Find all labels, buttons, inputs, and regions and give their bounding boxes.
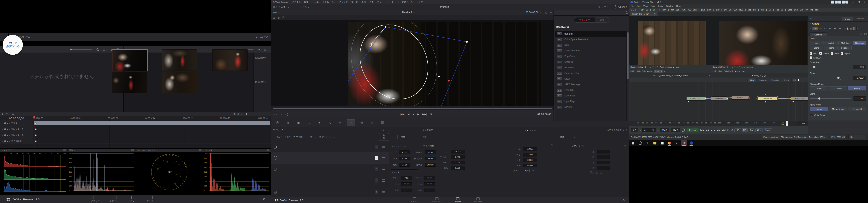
timeline-name-dropdown[interactable]: Timeline 1 ∨ (402, 11, 415, 14)
still-thumbnail-1[interactable] (112, 49, 148, 71)
current-frame-box[interactable]: 0.0 (631, 128, 638, 132)
tool-shortcut[interactable]: | (713, 9, 714, 11)
blur-icon[interactable]: ◬ (368, 120, 376, 126)
color-swatch[interactable] (853, 27, 857, 30)
goto-end-icon[interactable]: ▶▶| (722, 129, 726, 131)
fx-list-item[interactable]: fx+ Lens Flare (555, 93, 626, 99)
scope-settings-icon[interactable] (267, 149, 269, 152)
settings-slot-button[interactable]: S3 (823, 27, 828, 30)
fx-list-item[interactable]: GPU Lens Blur (555, 87, 626, 93)
menu-item[interactable]: Window (666, 5, 674, 7)
page-button[interactable]: エディット (430, 197, 443, 203)
page-button[interactable]: カラー (129, 196, 138, 202)
fx-list-item[interactable]: GPU Gaussian Blur (555, 70, 626, 76)
window-row-menu-icon[interactable] (382, 178, 385, 182)
sizing-field[interactable]: パン-26.000 (420, 150, 465, 153)
filter-option[interactable]: Bartlett (824, 41, 838, 45)
color-scale-expander[interactable]: › (810, 114, 813, 117)
window-row-gradient[interactable]: ▤ ▤ (271, 186, 389, 197)
blanking-field[interactable]: 右 (569, 155, 610, 159)
menu-item[interactable]: Tools (650, 5, 655, 7)
keyframe-ruler[interactable]: 00:00:00;00 00:00:00;0000:00:00;2800:00:… (0, 116, 271, 121)
tool-shortcut[interactable]: BSp (793, 9, 798, 11)
smooth-checkbox[interactable] (590, 172, 592, 174)
still-thumbnail-5[interactable] (162, 72, 197, 93)
viewer-roi-controls[interactable]: LUT ▴ | RoI ▴ DoD (630, 70, 646, 72)
keyframe-filter-dropdown[interactable]: すべて ∨ (234, 113, 242, 116)
tool-shortcut[interactable]: 3Im (670, 9, 674, 11)
viewer-scrub-bar[interactable] (271, 106, 554, 110)
glow-size-slider[interactable] (810, 67, 851, 67)
sizing-field[interactable]: 回転0.000 (420, 166, 465, 170)
create-dropdown-icon[interactable]: ∨ (410, 136, 411, 138)
scope-settings-icon[interactable] (63, 149, 66, 152)
create-window-keyframe-button[interactable]: 作成 (397, 135, 408, 139)
settings-gear-icon[interactable]: ⚙ (263, 198, 266, 201)
scope-header[interactable]: ベクトルスコープ∨ (135, 149, 203, 152)
tool-shortcut[interactable]: | (721, 9, 723, 11)
tool-shortcut[interactable]: | (784, 9, 786, 11)
fx-list-item[interactable]: GPU Film Grain (555, 65, 626, 70)
tool-shortcut[interactable]: LD (641, 9, 644, 11)
project-manager-icon[interactable]: ⌂ (616, 199, 617, 202)
scope-header[interactable]: ヒストグラム∨ (0, 149, 67, 152)
add-circle-window-button[interactable]: 円 (285, 135, 290, 138)
menu-item[interactable]: File (631, 5, 634, 7)
goto-start-icon[interactable]: |◀◀ (700, 129, 704, 131)
tab-library[interactable]: ライブラリ (574, 18, 595, 22)
menu-item[interactable]: Edit (637, 5, 641, 7)
add-keyframe-icon[interactable]: ⟲ (382, 129, 384, 131)
goto-end-icon[interactable]: ▶▶| (422, 113, 427, 116)
filter-option[interactable]: Hilight (824, 46, 837, 50)
bypass-icon[interactable]: ✕ (280, 113, 282, 116)
tool-shortcut[interactable]: Bmp (787, 9, 793, 11)
gallery-zoom-slider[interactable] (70, 49, 92, 50)
disable-icon[interactable]: ⊘ (844, 27, 845, 30)
image-wipe-icon[interactable]: ◫ (273, 16, 275, 19)
blue-checkbox[interactable]: ✓ (831, 52, 833, 55)
viewer-label-dropdown[interactable]: ▴ (806, 75, 806, 76)
sizing-field[interactable]: ズーム1.000 (420, 160, 465, 164)
tool-shortcut[interactable]: Txt+ (662, 9, 667, 11)
geometry-field[interactable]: 幅0.938 (479, 147, 537, 151)
still-thumbnail-4[interactable] (112, 72, 147, 93)
glow-size-value[interactable]: 10.0 (853, 65, 866, 69)
filter-option[interactable]: Blend (810, 46, 823, 50)
scope-settings-icon[interactable] (199, 149, 202, 152)
transform-field[interactable]: パン42.66 (391, 157, 410, 160)
tool-shortcut[interactable]: pRn (707, 9, 711, 11)
geometry-field[interactable]: 高さ1.000 (479, 153, 537, 156)
window-row-circle-selected[interactable]: 〇 ● (271, 152, 389, 163)
window-row-polygon[interactable]: ⬠ ⬠ (271, 163, 389, 175)
tool-shortcut[interactable]: Rng (809, 9, 814, 11)
tool-shortcut[interactable]: Bol (752, 9, 757, 11)
tool-shortcut[interactable]: Mat (760, 9, 765, 11)
glow-slider[interactable] (810, 78, 851, 78)
tool-shortcut[interactable]: BC (723, 9, 727, 11)
play-icon[interactable]: ▶ (714, 129, 715, 131)
menu-item[interactable]: 表示 (362, 1, 366, 3)
lockxy-checkbox[interactable]: ✓ (810, 56, 812, 59)
geom-reset-icon[interactable]: ⟲ (551, 144, 553, 146)
fx-list-item[interactable]: GPU EdgeDetect (555, 53, 626, 59)
close-tab-icon[interactable]: ✕ (654, 13, 656, 15)
fx-list-item[interactable]: GPU Box Blur (555, 31, 626, 36)
transform-field[interactable]: サイズ62.52 (391, 150, 410, 154)
rgb-channels-icon[interactable]: ●●● ▴ (675, 66, 678, 68)
tool-shortcut[interactable]: pEm (701, 9, 706, 11)
tool-shortcut[interactable]: BG (652, 9, 656, 11)
fusion-right-viewer[interactable]: SubV ▴ | 35% ▴ Fit ⌁ ⌁ ▦ ✎ ╲ ▢ ◯ | A A|B… (711, 16, 808, 77)
tool-shortcut[interactable]: | (668, 9, 669, 11)
page-button[interactable]: エディット (108, 196, 122, 202)
blanking-field[interactable]: 左 (569, 166, 610, 170)
node-maskpaint[interactable]: MaskPaint1 (711, 97, 728, 100)
window-outline-dropdown[interactable]: ◌ ∨ (273, 113, 277, 116)
add-linear-window-button[interactable]: リニア (273, 135, 282, 138)
start-button[interactable] (630, 140, 636, 146)
scope-header[interactable]: パレード∨ (203, 149, 271, 152)
glow-value[interactable]: 0.71904 (853, 76, 866, 80)
fx-list-item[interactable]: fx+ Emboss (555, 59, 626, 65)
blanking-field[interactable]: 下 (569, 160, 610, 164)
menu-item[interactable]: タイムライン (322, 1, 336, 3)
loop-mode-icon[interactable] (681, 128, 685, 132)
